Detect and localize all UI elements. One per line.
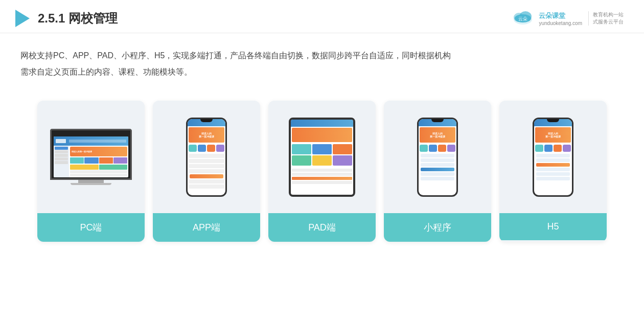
pc-screen: 招进人的第一堂冲提课 — [50, 129, 132, 180]
description-line2: 需求自定义页面上的内容、课程、功能模块等。 — [20, 64, 624, 80]
card-pad-label: PAD端 — [268, 213, 376, 242]
phone-icons-mini — [419, 144, 456, 153]
brand-triangle-icon — [15, 10, 30, 27]
card-pad: PAD端 — [268, 101, 376, 242]
phone-icons-h5 — [534, 144, 572, 153]
brand-name: 云朵课堂 — [539, 11, 565, 20]
card-h5-image: 招进人的第一堂冲提课 — [499, 101, 607, 213]
slogan-line1: 教育机构一站 — [593, 11, 624, 18]
card-h5: 招进人的第一堂冲提课 — [499, 101, 607, 242]
phone-icon-1 — [189, 145, 197, 152]
card-app-label: APP端 — [153, 213, 260, 242]
pad-banner — [292, 128, 352, 142]
title-bold: 网校管理 — [68, 11, 118, 25]
phone-notch-app — [200, 119, 213, 122]
phone-mockup-app: 招进人的第一堂冲提课 — [186, 118, 227, 197]
phone-body-app: 招进人的第一堂冲提课 — [186, 118, 227, 197]
phone-icon-3 — [207, 145, 215, 152]
pc-nav — [54, 136, 128, 146]
phone-body-mini: 招进人的第一堂冲提课 — [417, 118, 458, 197]
phone-screen-h5: 招进人的第一堂冲提课 — [534, 119, 572, 195]
title-prefix: 2.5.1 — [38, 11, 68, 25]
phone-list-app — [188, 153, 225, 190]
phone-list-mini — [419, 153, 456, 181]
phone-banner-h5: 招进人的第一堂冲提课 — [535, 127, 571, 143]
description-section: 网校支持PC、APP、PAD、小程序、H5，实现多端打通，产品各终端自由切换，数… — [0, 33, 644, 85]
brand-url: yunduoketang.com — [539, 20, 582, 26]
phone-screen-mini: 招进人的第一堂冲提课 — [419, 119, 456, 195]
slogan-line2: 式服务云平台 — [593, 18, 624, 26]
pad-screen — [291, 120, 353, 195]
phone-icons-app — [188, 144, 225, 153]
brand-slogan: 教育机构一站 式服务云平台 — [588, 11, 624, 26]
header: 2.5.1 网校管理 云朵 云朵课堂 yunduoketang.com 教育机构… — [0, 0, 644, 33]
card-mini-label: 小程序 — [384, 213, 491, 242]
phone-mockup-mini: 招进人的第一堂冲提课 — [417, 118, 458, 197]
pad-top-bar — [291, 120, 353, 127]
pc-screen-content: 招进人的第一堂冲提课 — [54, 136, 128, 177]
yunduoketang-icon: 云朵 — [511, 9, 535, 28]
pad-mockup — [289, 118, 355, 197]
card-pc-image: 招进人的第一堂冲提课 — [37, 101, 145, 213]
brand-logo: 云朵 云朵课堂 yunduoketang.com 教育机构一站 式服务云平台 — [511, 9, 624, 28]
phone-banner-app: 招进人的第一堂冲提课 — [189, 127, 224, 143]
page-title: 2.5.1 网校管理 — [38, 10, 118, 27]
cards-section: 招进人的第一堂冲提课 — [0, 90, 644, 252]
pc-base — [71, 183, 111, 185]
card-pc-label: PC端 — [37, 213, 145, 242]
phone-icon-4 — [216, 145, 224, 152]
phone-mockup-h5: 招进人的第一堂冲提课 — [533, 118, 573, 197]
pad-icons — [291, 143, 353, 167]
card-app: 招进人的第一堂冲提课 — [153, 101, 260, 242]
card-app-image: 招进人的第一堂冲提课 — [153, 101, 260, 213]
phone-notch-mini — [431, 119, 444, 122]
pad-body — [289, 118, 355, 197]
card-h5-label: H5 — [499, 213, 607, 240]
card-pc: 招进人的第一堂冲提课 — [37, 101, 145, 242]
svg-text:云朵: 云朵 — [518, 16, 527, 21]
header-left: 2.5.1 网校管理 — [15, 10, 118, 27]
pad-list — [291, 168, 353, 185]
card-pad-image — [268, 101, 376, 213]
phone-list-h5 — [534, 153, 572, 181]
phone-notch-h5 — [547, 119, 559, 122]
card-mini: 招进人的第一堂冲提课 — [384, 101, 491, 242]
phone-icon-2 — [198, 145, 206, 152]
description-line1: 网校支持PC、APP、PAD、小程序、H5，实现多端打通，产品各终端自由切换，数… — [20, 48, 624, 64]
phone-screen-app: 招进人的第一堂冲提课 — [188, 119, 225, 195]
card-mini-image: 招进人的第一堂冲提课 — [384, 101, 491, 213]
pc-mockup: 招进人的第一堂冲提课 — [50, 129, 132, 185]
phone-body-h5: 招进人的第一堂冲提课 — [533, 118, 573, 197]
brand-text: 云朵课堂 yunduoketang.com — [539, 11, 582, 26]
phone-banner-mini: 招进人的第一堂冲提课 — [420, 127, 455, 143]
brand-icon: 云朵 — [511, 9, 535, 28]
